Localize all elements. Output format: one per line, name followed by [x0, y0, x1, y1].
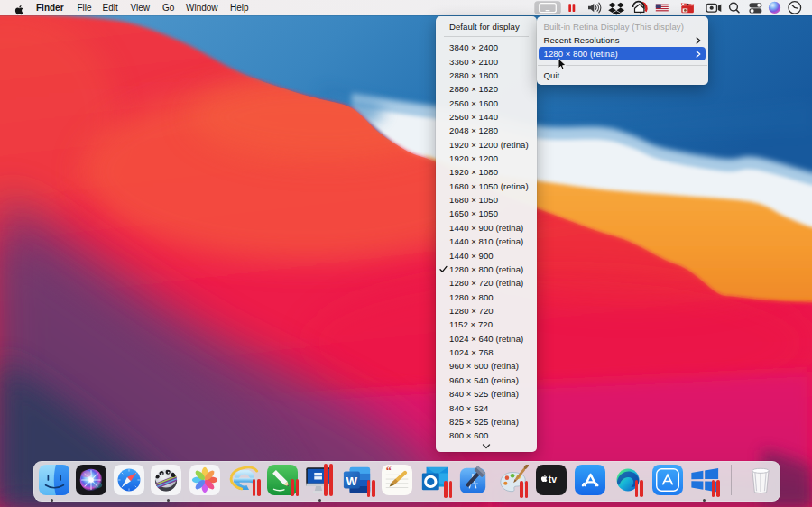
svg-text:W: W — [346, 475, 358, 488]
svg-text:“: “ — [385, 465, 391, 477]
svg-text:tv: tv — [548, 475, 556, 484]
